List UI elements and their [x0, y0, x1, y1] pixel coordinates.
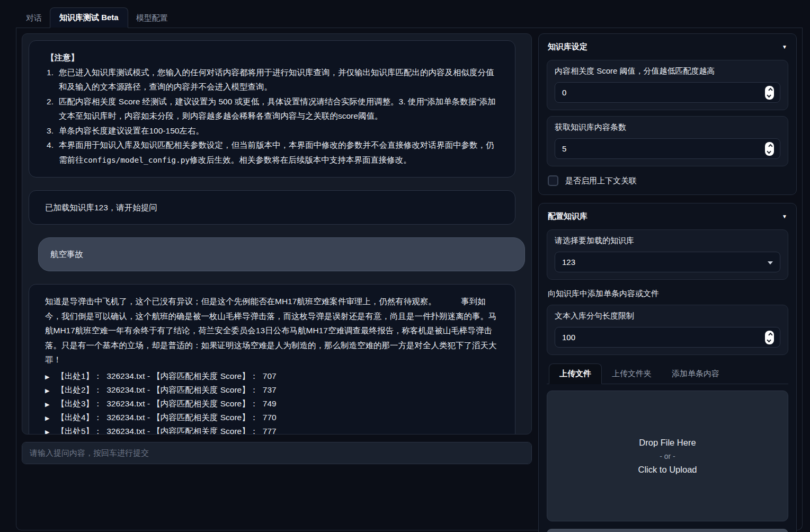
chatbot-message-list: 【注意】 您已进入知识库测试模式，您输入的任何对话内容都将用于进行知识库查询，并… — [22, 33, 532, 435]
answer-text: 知道是导弹击中飞机了，这个已没有异议；但是这个先例能否在MH17航班空难案件审理… — [45, 294, 499, 367]
kb-select-value: 123 — [562, 258, 575, 267]
source-summary: 【出处3】： 326234.txt - 【内容匹配相关度 Score】： 749 — [56, 397, 276, 411]
notice-heading: 【注意】 — [46, 50, 499, 65]
kb-settings-title: 知识库设定 — [548, 42, 588, 52]
kb-select-block: 请选择要加载的知识库 123 — [547, 229, 788, 280]
file-dropzone[interactable]: Drop File Here - or - Click to Upload — [547, 391, 788, 521]
source-summary: 【出处4】： 326234.txt - 【内容匹配相关度 Score】： 770 — [56, 411, 276, 424]
notice-item: 单条内容长度建议设置在100-150左右。 — [45, 123, 499, 138]
sentence-length-value: 100 — [562, 333, 575, 342]
settings-column: 知识库设定 ▼ 内容相关度 Score 阈值，分值越低匹配度越高 0 获取知识库… — [538, 33, 797, 525]
caret-down-icon: ▼ — [782, 44, 787, 50]
notice-item: 本界面用于知识入库及知识匹配相关参数设定，但当前版本中，本界面中修改的参数并不会… — [45, 138, 499, 167]
tab-upload-folder[interactable]: 上传文件夹 — [602, 364, 662, 384]
caret-right-icon: ▶ — [45, 427, 49, 435]
notice-item-text: 修改后生效。相关参数将在后续版本中支持本界面直接修改。 — [190, 155, 412, 164]
kb-config-accordion-header[interactable]: 配置知识库 ▼ — [547, 210, 788, 224]
kb-settings-accordion: 知识库设定 ▼ 内容相关度 Score 阈值，分值越低匹配度越高 0 获取知识库… — [538, 33, 797, 195]
user-message-text: 航空事故 — [50, 250, 83, 259]
source-details-row[interactable]: ▶ 【出处1】： 326234.txt - 【内容匹配相关度 Score】： 7… — [45, 369, 499, 383]
source-details-row[interactable]: ▶ 【出处5】： 326234.txt - 【内容匹配相关度 Score】： 7… — [45, 424, 499, 435]
main-tab-bar: 对话 知识库测试 Beta 模型配置 — [16, 7, 803, 28]
context-link-label: 是否启用上下文关联 — [565, 176, 637, 186]
dropzone-line1: Drop File Here — [639, 436, 696, 449]
tab-add-single-content[interactable]: 添加单条内容 — [662, 364, 729, 384]
tab-kb-test[interactable]: 知识库测试 Beta — [50, 7, 128, 28]
answer-sources: ▶ 【出处1】： 326234.txt - 【内容匹配相关度 Score】： 7… — [45, 369, 499, 435]
sentence-length-block: 文本入库分句长度限制 100 — [547, 305, 788, 355]
dropdown-caret-icon — [768, 261, 773, 264]
sentence-length-input[interactable]: 100 — [555, 327, 780, 348]
loaded-message-text: 已加载知识库123，请开始提问 — [45, 203, 157, 212]
content-count-block: 获取知识库内容条数 5 — [547, 116, 788, 166]
tab-upload-file[interactable]: 上传文件 — [549, 363, 602, 384]
caret-right-icon: ▶ — [45, 386, 49, 395]
notice-item: 您已进入知识库测试模式，您输入的任何对话内容都将用于进行知识库查询，并仅输出知识… — [45, 65, 499, 94]
caret-right-icon: ▶ — [45, 372, 49, 382]
kb-config-title: 配置知识库 — [548, 211, 588, 221]
question-input[interactable] — [22, 442, 532, 464]
query-input-wrap — [22, 442, 532, 464]
number-spinner[interactable] — [765, 142, 774, 156]
number-spinner[interactable] — [765, 331, 774, 344]
bot-loaded-message: 已加载知识库123，请开始提问 — [29, 190, 515, 225]
upload-area: 上传文件 上传文件夹 添加单条内容 Drop File Here - or - … — [547, 363, 788, 532]
user-message: 航空事故 — [38, 237, 525, 271]
upload-and-load-kb-button[interactable]: 上传文件并加载知识库 — [547, 529, 788, 532]
kb-settings-accordion-header[interactable]: 知识库设定 ▼ — [547, 41, 788, 54]
dropzone-line2: - or - — [660, 452, 675, 460]
bot-answer-message: 知道是导弹击中飞机了，这个已没有异议；但是这个先例能否在MH17航班空难案件审理… — [29, 284, 515, 435]
sentence-length-label: 文本入库分句长度限制 — [555, 311, 780, 321]
caret-right-icon: ▶ — [45, 413, 49, 423]
caret-right-icon: ▶ — [45, 400, 49, 409]
chat-column: 【注意】 您已进入知识库测试模式，您输入的任何对话内容都将用于进行知识库查询，并… — [22, 33, 532, 525]
add-content-section-label: 向知识库中添加单条内容或文件 — [548, 289, 787, 299]
upload-tab-bar: 上传文件 上传文件夹 添加单条内容 — [547, 363, 788, 384]
tab-chat[interactable]: 对话 — [18, 9, 50, 28]
score-threshold-input[interactable]: 0 — [555, 82, 780, 103]
notice-item-code: configs/model_config.py — [84, 156, 190, 164]
caret-down-icon: ▼ — [782, 214, 787, 219]
source-summary: 【出处5】： 326234.txt - 【内容匹配相关度 Score】： 777 — [56, 424, 276, 435]
kb-select-label: 请选择要加载的知识库 — [555, 236, 780, 246]
tab-model-config[interactable]: 模型配置 — [128, 9, 176, 28]
notice-list: 您已进入知识库测试模式，您输入的任何对话内容都将用于进行知识库查询，并仅输出知识… — [45, 65, 499, 167]
score-threshold-label: 内容相关度 Score 阈值，分值越低匹配度越高 — [555, 66, 780, 76]
bot-notice-message: 【注意】 您已进入知识库测试模式，您输入的任何对话内容都将用于进行知识库查询，并… — [29, 40, 515, 178]
score-threshold-value: 0 — [562, 88, 566, 97]
source-details-row[interactable]: ▶ 【出处2】： 326234.txt - 【内容匹配相关度 Score】： 7… — [45, 383, 499, 397]
source-details-row[interactable]: ▶ 【出处4】： 326234.txt - 【内容匹配相关度 Score】： 7… — [45, 411, 499, 424]
kb-config-accordion: 配置知识库 ▼ 请选择要加载的知识库 123 向知识库中添加单条内容或文件 文本… — [538, 203, 797, 532]
content-count-value: 5 — [562, 144, 566, 153]
number-spinner[interactable] — [765, 86, 774, 100]
source-summary: 【出处1】： 326234.txt - 【内容匹配相关度 Score】： 707 — [56, 369, 276, 383]
score-threshold-block: 内容相关度 Score 阈值，分值越低匹配度越高 0 — [547, 60, 788, 110]
content-count-input[interactable]: 5 — [555, 138, 780, 159]
source-details-row[interactable]: ▶ 【出处3】： 326234.txt - 【内容匹配相关度 Score】： 7… — [45, 397, 499, 411]
notice-item: 匹配内容相关度 Score 经测试，建议设置为 500 或更低，具体设置情况请结… — [45, 94, 499, 123]
context-link-row: 是否启用上下文关联 — [548, 175, 787, 186]
context-link-checkbox[interactable] — [548, 175, 558, 186]
dropzone-line3: Click to Upload — [638, 463, 697, 476]
kb-select-dropdown[interactable]: 123 — [555, 252, 780, 272]
kb-test-panel: 【注意】 您已进入知识库测试模式，您输入的任何对话内容都将用于进行知识库查询，并… — [16, 28, 803, 530]
content-count-label: 获取知识库内容条数 — [555, 122, 780, 132]
source-summary: 【出处2】： 326234.txt - 【内容匹配相关度 Score】： 737 — [56, 383, 276, 397]
